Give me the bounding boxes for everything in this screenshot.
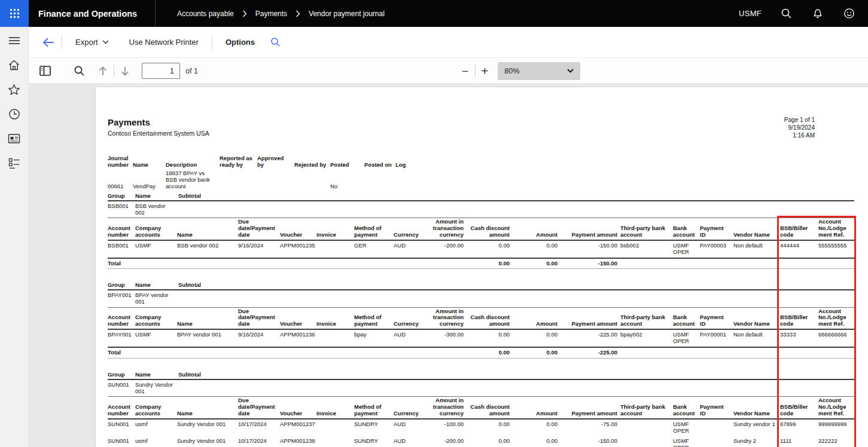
breadcrumb-accounts-payable[interactable]: Accounts payable [177,10,234,18]
app-title[interactable]: Finance and Operations [29,0,156,27]
cell: 555555555 [818,240,854,258]
nav-recent-button[interactable] [4,105,25,123]
cell: VendPay [133,169,166,191]
cell: 0.00 [510,240,558,258]
col-header: Payment amount [558,218,617,240]
cell: usmf [135,436,177,447]
total-row: Total 0.00 0.00 -150.00 [108,258,854,269]
modules-list-icon [8,158,20,169]
total-label: Total [108,347,135,358]
cell: 18837 BPAY vs BSB vendor bank account [166,169,220,191]
company-selector[interactable]: USMF [739,9,762,18]
cell: -100.00 [425,419,464,436]
cell: Sundry 2 [733,436,780,447]
cell: -225.00 [558,329,617,347]
col-header: Payment amount [558,397,617,419]
col-header: Group [108,192,135,201]
next-page-button[interactable] [118,63,132,79]
cell: APPM001236 [280,329,316,347]
cell: -150.00 [558,436,617,447]
cell: 33333 [780,329,818,347]
breadcrumb: Accounts payable Payments Vendor payment… [156,10,385,18]
cell: 00661 [108,169,133,191]
notifications-button[interactable] [811,7,824,20]
nav-menu-button[interactable] [4,32,25,50]
cell: PAY00001 [700,329,733,347]
header-row: Group Name Subtotal [108,192,854,201]
col-header: Bank account [673,218,700,240]
col-header: Vendor Name [733,307,780,329]
export-label: Export [75,38,98,47]
zoom-level-select[interactable]: 80% [498,62,580,80]
app-launcher-button[interactable] [0,0,29,27]
cell: PAY00003 [700,240,733,258]
col-header: Voucher [280,397,316,419]
back-arrow-icon [42,36,54,48]
nav-workspaces-button[interactable] [4,130,25,148]
cell: bpay002 [617,329,673,347]
col-header: Vendor Name [733,218,780,240]
panel-toggle-icon [39,66,51,76]
use-network-printer-label: Use Network Printer [129,38,199,47]
cell: USMF OPER [673,240,700,258]
col-header: Amount in transaction currency [425,397,464,419]
use-network-printer-button[interactable]: Use Network Printer [123,34,205,50]
cell: BSB001 [108,240,135,258]
payment-detail-table: Account number Company accounts Name Due… [108,396,854,447]
feedback-button[interactable] [842,7,856,20]
header-row: Group Name Subtotal [108,281,854,290]
cell: -150.00 [558,240,617,258]
col-header: Approved by [257,155,294,169]
payment-detail-table: Account number Company accounts Name Due… [108,307,854,359]
payment-detail-table: Account number Company accounts Name Due… [108,218,854,269]
table-row: BSB001 USMF BSB vendor 002 9/16/2024 APP… [108,240,854,258]
cell: USMF [135,329,177,347]
cell: Sundry Vendor 001 [177,419,238,436]
home-icon [8,59,20,71]
col-header: Posted [330,155,364,169]
col-header: Cash discount amount [464,218,510,240]
zoom-in-button[interactable]: + [479,63,491,79]
report-title: Payments [108,117,868,127]
col-header: Third-party bank account [617,307,673,329]
cell: 999999999 [818,419,854,436]
nav-modules-button[interactable] [4,154,25,172]
search-button[interactable] [779,7,793,20]
zoom-out-button[interactable]: − [459,63,471,79]
search-icon [781,8,792,19]
breadcrumb-vendor-payment-journal[interactable]: Vendor payment journal [309,10,385,18]
cell: BPAY vendor 001 [135,290,178,307]
group-header-table: Group Name Subtotal BPAY001 BPAY vendor … [108,281,854,307]
col-header: Name [135,371,178,379]
cell: 0.00 [464,419,510,436]
viewer-search-button[interactable] [71,63,87,79]
previous-page-button[interactable] [96,63,110,79]
cell [700,436,733,447]
col-header: Due date/Payment date [238,307,280,329]
breadcrumb-chevron-icon [296,10,300,17]
action-pane-divider [62,36,62,49]
export-button[interactable]: Export [69,34,115,50]
back-button[interactable] [42,36,54,48]
cell: 1111 [780,436,818,447]
cell: USMF OPER [673,419,700,436]
cell: 222222 [818,436,854,447]
page-number-input[interactable] [142,63,180,79]
col-header: Subtotal [178,281,854,290]
waffle-icon [10,8,20,19]
col-header: Currency [394,397,425,419]
page-of-label: Page 1 of 1 [784,116,815,124]
header-row: Account number Company accounts Name Due… [108,307,854,329]
breadcrumb-chevron-icon [242,10,247,17]
breadcrumb-payments[interactable]: Payments [255,10,287,18]
arrow-down-icon [120,66,130,76]
toggle-sidebar-button[interactable] [37,63,53,78]
action-search-button[interactable] [270,37,281,47]
cell: GER [354,240,394,258]
nav-favorites-button[interactable] [4,81,25,99]
header-row: Group Name Subtotal [108,371,854,379]
cell: BSB001 [108,201,135,218]
cell: APPM001235 [280,240,316,258]
options-button[interactable]: Options [220,34,261,50]
nav-home-button[interactable] [4,56,25,74]
